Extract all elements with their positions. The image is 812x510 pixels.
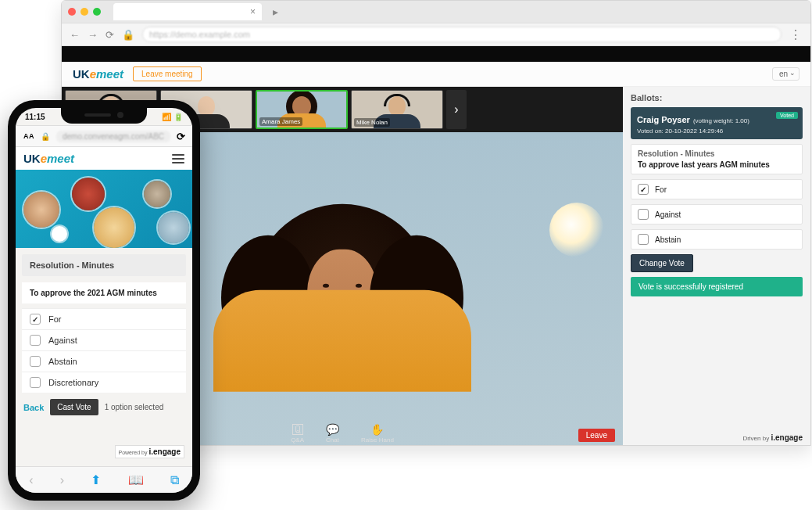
- chat-button[interactable]: 💬Chat: [326, 423, 339, 444]
- driven-brand: i.engage: [771, 433, 803, 442]
- vote-option-discretionary[interactable]: Discretionary: [22, 372, 186, 393]
- close-tab-icon[interactable]: ×: [250, 6, 256, 17]
- lamp-decor: [549, 203, 604, 257]
- nav-forward-icon[interactable]: ›: [60, 473, 64, 487]
- driven-by: Driven by i.engage: [742, 434, 803, 442]
- phone-url-input[interactable]: demo.conveneagm.com/ABC: [56, 131, 170, 142]
- hand-icon: ✋: [370, 423, 384, 436]
- logo-uk: UK: [73, 67, 90, 81]
- logo-e: e: [41, 152, 47, 165]
- qa-icon: 🅀: [292, 423, 303, 436]
- option-label: Against: [48, 336, 77, 345]
- new-tab-icon[interactable]: ▸: [273, 5, 278, 18]
- bookmarks-icon[interactable]: 📖: [128, 472, 144, 487]
- voted-badge: Voted: [776, 112, 798, 119]
- checkbox-icon[interactable]: [30, 377, 41, 388]
- window-close-icon[interactable]: [68, 8, 76, 16]
- phone-notch: [61, 106, 147, 124]
- browser-tab[interactable]: ×: [113, 3, 262, 20]
- nav-forward-icon[interactable]: →: [88, 29, 98, 41]
- checkbox-icon[interactable]: [30, 314, 41, 325]
- signal-icons: 📶 🔋: [162, 113, 183, 121]
- phone-device: 11:15 📶 🔋 AA 🔒 demo.conveneagm.com/ABC ⟳…: [8, 100, 200, 501]
- vote-option-against[interactable]: Against: [22, 329, 186, 350]
- option-label: For: [48, 314, 62, 324]
- back-link[interactable]: Back: [23, 403, 44, 412]
- option-label: For: [655, 185, 667, 194]
- url-input[interactable]: https://demo.example.com: [142, 27, 782, 42]
- browser-tabbar: × ▸: [62, 1, 810, 23]
- driven-prefix: Driven by: [742, 435, 769, 442]
- checkbox-icon[interactable]: [638, 234, 649, 245]
- phone-screen: 11:15 📶 🔋 AA 🔒 demo.conveneagm.com/ABC ⟳…: [16, 108, 192, 493]
- thumbs-next-icon[interactable]: ›: [446, 90, 467, 129]
- window-maximize-icon[interactable]: [93, 8, 101, 16]
- leave-video-button[interactable]: Leave: [578, 429, 615, 442]
- logo: UKemeet: [23, 152, 74, 165]
- share-icon[interactable]: ⬆︎: [91, 472, 101, 487]
- hero-bubble: [72, 178, 105, 210]
- qa-button[interactable]: 🅀Q&A: [291, 423, 304, 444]
- raise-hand-button[interactable]: ✋Raise Hand: [361, 423, 394, 444]
- app-topbar: UKemeet Leave meeting en: [62, 62, 810, 87]
- vote-option-abstain[interactable]: Abstain: [631, 229, 803, 250]
- driven-prefix: Powered by: [119, 450, 148, 455]
- selection-count: 1 option selected: [105, 403, 164, 411]
- resolution-panel: Resolution - Minutes To approve last yea…: [631, 144, 803, 174]
- phone-resolution-header: Resolution - Minutes: [22, 254, 186, 276]
- chat-icon: 💬: [326, 423, 339, 436]
- browser-menu-icon[interactable]: ⋮: [789, 27, 803, 42]
- resolution-desc: To approve the 2021 AGM minutes: [22, 282, 186, 303]
- option-label: Against: [655, 210, 681, 219]
- checkbox-icon[interactable]: [30, 335, 41, 346]
- checkbox-icon[interactable]: [638, 184, 649, 195]
- checkbox-icon[interactable]: [30, 356, 41, 367]
- language-select[interactable]: en: [772, 67, 799, 81]
- ballots-title: Ballots:: [631, 93, 803, 102]
- thumb-name: Mike Nolan: [354, 118, 390, 127]
- text-size-icon[interactable]: AA: [23, 132, 34, 140]
- logo: UKemeet: [73, 67, 123, 81]
- vote-option-for[interactable]: For: [631, 179, 803, 199]
- vote-option-against[interactable]: Against: [631, 204, 803, 224]
- reload-icon[interactable]: ⟳: [106, 29, 114, 41]
- checkbox-icon[interactable]: [638, 209, 649, 220]
- hero-bubble: [52, 226, 67, 242]
- video-thumb[interactable]: Mike Nolan: [351, 90, 443, 129]
- driven-by: Powered by i.engage: [115, 445, 185, 458]
- resolution-title: Resolution - Minutes: [30, 260, 178, 270]
- phone-hero: [16, 170, 192, 248]
- phone-addressbar: AA 🔒 demo.conveneagm.com/ABC ⟳: [16, 125, 192, 147]
- change-vote-button[interactable]: Change Vote: [631, 254, 693, 272]
- voter-name: Craig Poyser: [637, 115, 690, 124]
- nav-back-icon[interactable]: ‹: [29, 473, 33, 487]
- app-blackbar: [62, 46, 810, 62]
- video-thumb-active[interactable]: Amara James: [256, 90, 348, 129]
- leave-meeting-button[interactable]: Leave meeting: [133, 66, 202, 81]
- reload-icon[interactable]: ⟳: [177, 131, 185, 142]
- hero-bubble: [144, 181, 170, 207]
- logo-meet: meet: [47, 152, 74, 165]
- phone-actions: Back Cast Vote 1 option selected: [16, 393, 192, 422]
- video-controls: 🅀Q&A 💬Chat ✋Raise Hand: [291, 423, 394, 444]
- vote-success-message: Vote is successfully registered: [631, 277, 803, 296]
- logo-meet: meet: [96, 67, 123, 81]
- option-label: Abstain: [655, 235, 681, 244]
- lock-icon: 🔒: [122, 29, 134, 41]
- tabs-icon[interactable]: ⧉: [170, 473, 179, 487]
- hand-label: Raise Hand: [361, 436, 394, 444]
- cast-vote-button[interactable]: Cast Vote: [50, 399, 98, 415]
- nav-back-icon[interactable]: ←: [70, 29, 80, 41]
- window-minimize-icon[interactable]: [80, 8, 88, 16]
- address-bar: ← → ⟳ 🔒 https://demo.example.com ⋮: [62, 23, 810, 46]
- hero-bubble: [94, 207, 134, 248]
- vote-option-abstain[interactable]: Abstain: [22, 350, 186, 372]
- lock-icon: 🔒: [41, 132, 50, 141]
- voter-weight: (voting weight: 1.00): [693, 117, 749, 124]
- option-label: Abstain: [48, 357, 77, 366]
- phone-time: 11:15: [25, 113, 45, 121]
- menu-icon[interactable]: [172, 154, 184, 163]
- thumb-name: Amara James: [259, 117, 302, 126]
- ballots-panel: Ballots: Voted Craig Poyser(voting weigh…: [623, 87, 810, 446]
- vote-option-for[interactable]: For: [22, 308, 186, 329]
